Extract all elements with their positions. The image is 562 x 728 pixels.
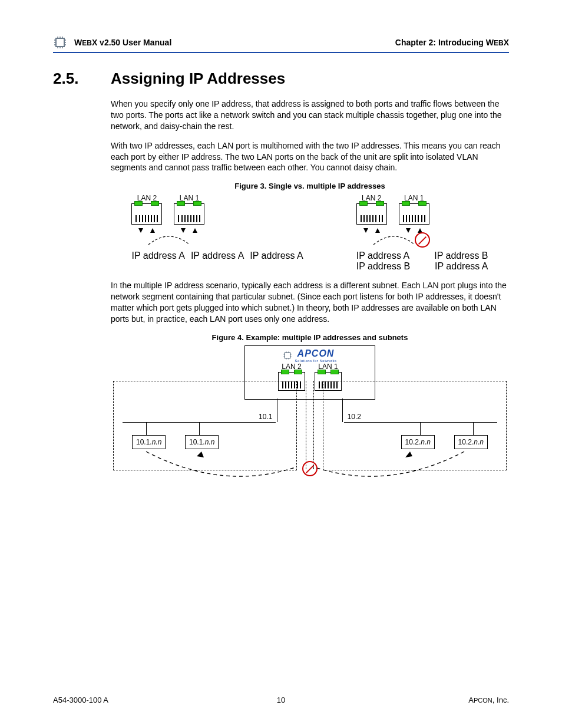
header-right: Chapter 2: Introducing WEBX [395, 38, 509, 47]
host-10-1-b: 10.1.n.n [185, 435, 219, 449]
paragraph-1: When you specify only one IP address, th… [111, 98, 509, 132]
figure-4-caption: Figure 4. Example: multiple IP addresses… [111, 333, 509, 342]
footer-company: APCON, Inc. [357, 696, 509, 704]
figure-4: APCON Solutions for Networks LAN 2 LAN 1 [111, 345, 509, 493]
fig3-addr-b: IP address B [356, 261, 410, 272]
host-10-1-a: 10.1.n.n [132, 435, 166, 449]
paragraph-2: With two IP addresses, each LAN port is … [111, 140, 509, 174]
section-number: 2.5. [53, 70, 111, 88]
fig3-addr-a: IP address A [435, 261, 488, 272]
header-left: WEBX v2.50 User Manual [74, 38, 395, 47]
host-10-2-a: 10.2.n.n [401, 435, 435, 449]
apcon-logo-text: APCON [295, 348, 336, 359]
svg-rect-0 [56, 38, 64, 47]
figure-3-caption: Figure 3. Single vs. multiple IP address… [111, 182, 509, 190]
chip-icon [283, 351, 292, 360]
figure-3: LAN 2 LAN 1 [111, 194, 509, 272]
host-10-2-b: 10.2.n.n [454, 435, 488, 449]
subnet-10-1: 10.1 [258, 413, 273, 421]
footer-pagenum: 10 [205, 696, 357, 704]
page-footer: A54-3000-100 A 10 APCON, Inc. [53, 696, 509, 704]
subnet-10-2: 10.2 [347, 413, 362, 421]
svg-rect-13 [285, 353, 290, 358]
chip-icon [53, 35, 67, 50]
rj45-port-icon [356, 203, 387, 225]
prohibit-icon [302, 461, 318, 476]
section-heading: 2.5. Assigning IP Addresses [53, 70, 509, 88]
rj45-port-icon [131, 203, 162, 225]
page-header: WEBX v2.50 User Manual Chapter 2: Introd… [53, 35, 509, 53]
svg-marker-23 [405, 452, 412, 457]
section-title: Assigning IP Addresses [111, 70, 285, 88]
rj45-port-icon [174, 203, 204, 225]
fig3-addr-a: IP address A [191, 251, 244, 261]
fig3-addr-a: IP address A [356, 251, 409, 261]
svg-marker-22 [197, 452, 204, 457]
prohibit-icon [415, 232, 430, 248]
paragraph-3: In the multiple IP address scenario, typ… [111, 280, 509, 325]
footer-docnum: A54-3000-100 A [53, 696, 205, 704]
fig3-addr-a: IP address A [250, 251, 303, 261]
fig3-addr-b: IP address B [434, 251, 488, 261]
fig3-addr-a: IP address A [131, 251, 184, 261]
rj45-port-icon [399, 203, 429, 225]
